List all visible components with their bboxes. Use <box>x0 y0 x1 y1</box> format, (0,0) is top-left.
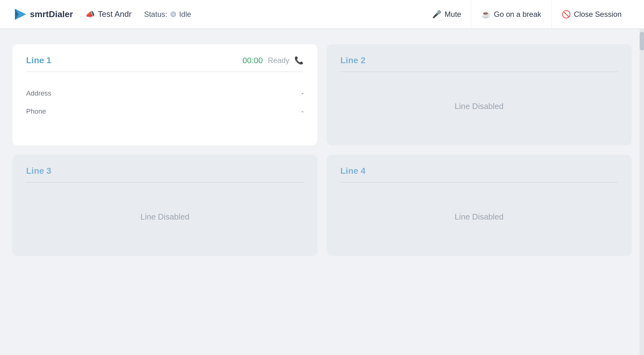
status-label: Status: <box>144 10 167 19</box>
scrollbar-track[interactable] <box>640 29 644 355</box>
scrollbar-thumb[interactable] <box>640 32 644 50</box>
line-1-header: Line 1 00:00 Ready 📞 <box>26 55 304 72</box>
status-text: Idle <box>179 10 191 19</box>
mute-button[interactable]: 🎤 Mute <box>422 0 471 29</box>
line-2-title: Line 2 <box>340 55 366 65</box>
close-session-button[interactable]: 🚫 Close Session <box>551 0 632 29</box>
address-label: Address <box>26 89 51 97</box>
phone-label: Phone <box>26 107 46 116</box>
coffee-icon: ☕ <box>481 10 491 19</box>
close-circle-icon: 🚫 <box>562 10 571 19</box>
line-1-title: Line 1 <box>26 55 51 65</box>
mute-label: Mute <box>445 10 461 19</box>
line-4-disabled-msg: Line Disabled <box>340 189 618 245</box>
address-field: Address - <box>26 84 304 102</box>
status-area: Status: Idle <box>144 10 191 19</box>
main-content: Line 1 00:00 Ready 📞 Address - Phone - <box>0 29 644 272</box>
line-3-disabled-msg: Line Disabled <box>26 189 304 245</box>
line-1-card: Line 1 00:00 Ready 📞 Address - Phone - <box>12 44 317 145</box>
line-3-card: Line 3 Line Disabled <box>12 155 317 256</box>
agent-area: 📣 Test Andr <box>86 9 132 19</box>
line-4-title: Line 4 <box>340 166 366 176</box>
phone-icon: 📞 <box>294 56 304 65</box>
line-2-disabled-msg: Line Disabled <box>340 78 618 134</box>
line-1-body: Address - Phone - <box>26 78 304 121</box>
line-1-status-area: 00:00 Ready 📞 <box>243 56 304 65</box>
megaphone-icon: 📣 <box>86 10 95 19</box>
logo-area: smrtDialer <box>12 7 73 22</box>
break-label: Go on a break <box>494 10 541 19</box>
microphone-icon: 🎤 <box>432 10 441 19</box>
line-4-header: Line 4 <box>340 166 618 182</box>
agent-name: Test Andr <box>98 9 132 19</box>
lines-grid: Line 1 00:00 Ready 📞 Address - Phone - <box>12 44 632 256</box>
line-1-status: Ready <box>268 56 289 65</box>
line-2-card: Line 2 Line Disabled <box>327 44 632 145</box>
logo-icon <box>12 7 27 22</box>
line-3-title: Line 3 <box>26 166 51 176</box>
header-actions: 🎤 Mute ☕ Go on a break 🚫 Close Session <box>422 0 632 29</box>
line-4-card: Line 4 Line Disabled <box>327 155 632 256</box>
line-2-header: Line 2 <box>340 55 618 72</box>
close-label: Close Session <box>574 10 622 19</box>
line-3-header: Line 3 <box>26 166 304 182</box>
line-1-timer: 00:00 <box>243 56 263 65</box>
header: smrtDialer 📣 Test Andr Status: Idle 🎤 Mu… <box>0 0 644 29</box>
phone-value: - <box>301 107 304 116</box>
phone-field: Phone - <box>26 102 304 121</box>
status-indicator <box>170 12 176 17</box>
logo-text: smrtDialer <box>30 9 73 19</box>
break-button[interactable]: ☕ Go on a break <box>471 0 551 29</box>
address-value: - <box>301 89 304 97</box>
